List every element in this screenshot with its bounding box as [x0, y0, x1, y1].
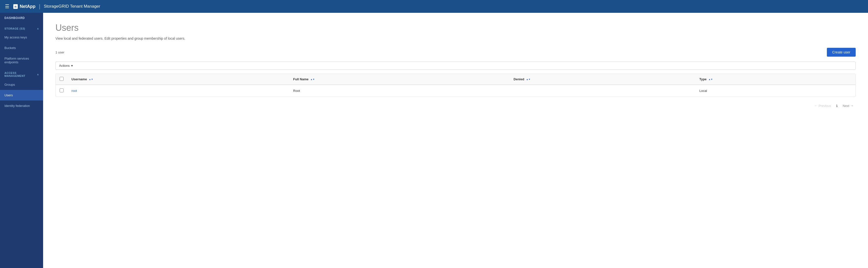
actions-label: Actions: [59, 64, 70, 67]
storage-chevron-icon: ∧: [37, 27, 39, 30]
cell-denied: [509, 85, 695, 96]
previous-arrow-icon: ←: [814, 104, 817, 108]
col-fullname[interactable]: Full Name ▲▼: [289, 74, 509, 85]
cell-type: Local: [695, 85, 856, 96]
row-checkbox-cell: [56, 85, 67, 96]
toolbar: 1 user Create user: [55, 48, 856, 57]
table-row: root Root Local: [56, 85, 856, 96]
type-sort-icon: ▲▼: [708, 78, 713, 81]
sidebar-item-buckets[interactable]: Buckets: [0, 42, 43, 53]
next-button[interactable]: Next →: [841, 103, 856, 109]
next-label: Next: [843, 104, 849, 108]
navbar-logo: n NetApp: [13, 4, 35, 9]
sidebar-item-groups[interactable]: Groups: [0, 79, 43, 90]
page-title: Users: [55, 23, 856, 33]
username-sort-icon: ▲▼: [89, 78, 93, 81]
navbar-app-title: StorageGRID Tenant Manager: [44, 4, 100, 9]
user-count: 1 user: [55, 51, 64, 54]
main-layout: DASHBOARD STORAGE (S3) ∧ My access keys …: [0, 13, 868, 268]
denied-sort-icon: ▲▼: [526, 78, 531, 81]
netapp-logo-text: NetApp: [20, 4, 35, 9]
pagination: ← Previous 1 Next →: [55, 103, 856, 109]
current-page: 1: [836, 104, 838, 108]
previous-label: Previous: [818, 104, 831, 108]
next-arrow-icon: →: [850, 104, 854, 108]
row-select-checkbox[interactable]: [60, 88, 64, 92]
col-type[interactable]: Type ▲▼: [695, 74, 856, 85]
sidebar-item-dashboard[interactable]: DASHBOARD: [0, 13, 43, 23]
sidebar-item-my-access-keys[interactable]: My access keys: [0, 32, 43, 42]
main-content: Users View local and federated users. Ed…: [43, 13, 868, 268]
select-all-checkbox[interactable]: [60, 77, 64, 81]
sidebar-item-platform-services[interactable]: Platform services endpoints: [0, 53, 43, 67]
sidebar-section-access: ACCESS MANAGEMENT ∧: [0, 67, 43, 79]
header-checkbox-cell: [56, 74, 67, 85]
actions-button[interactable]: Actions ▾: [55, 62, 856, 70]
create-user-button[interactable]: Create user: [827, 48, 856, 57]
access-chevron-icon: ∧: [37, 73, 39, 76]
previous-button[interactable]: ← Previous: [812, 103, 833, 109]
hamburger-icon[interactable]: ☰: [5, 3, 9, 9]
navbar-divider: |: [39, 3, 40, 9]
cell-fullname: Root: [289, 85, 509, 96]
sidebar-item-users[interactable]: Users: [0, 90, 43, 100]
table-header-row: Username ▲▼ Full Name ▲▼ Denied ▲▼ Typ: [56, 74, 856, 85]
navbar: ☰ n NetApp | StorageGRID Tenant Manager: [0, 0, 868, 13]
sidebar-section-storage: STORAGE (S3) ∧: [0, 23, 43, 32]
sidebar: DASHBOARD STORAGE (S3) ∧ My access keys …: [0, 13, 43, 268]
users-table: Username ▲▼ Full Name ▲▼ Denied ▲▼ Typ: [56, 74, 856, 96]
sidebar-item-identity-federation[interactable]: Identity federation: [0, 100, 43, 111]
page-description: View local and federated users. Edit pro…: [55, 36, 856, 40]
users-table-wrapper: Username ▲▼ Full Name ▲▼ Denied ▲▼ Typ: [55, 73, 856, 97]
col-username[interactable]: Username ▲▼: [67, 74, 289, 85]
netapp-logo-icon: n: [13, 4, 18, 9]
cell-username: root: [67, 85, 289, 96]
username-link[interactable]: root: [71, 89, 77, 93]
col-denied[interactable]: Denied ▲▼: [509, 74, 695, 85]
fullname-sort-icon: ▲▼: [310, 78, 315, 81]
actions-chevron-icon: ▾: [71, 64, 73, 67]
